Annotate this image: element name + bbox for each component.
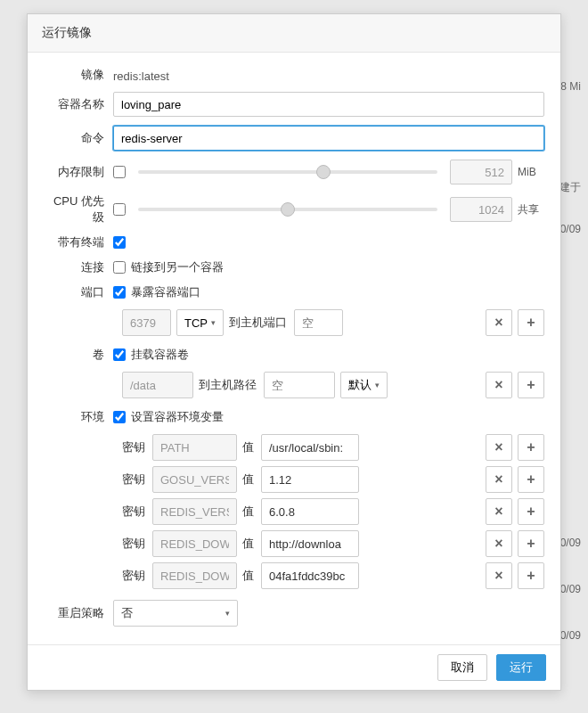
container-name-input[interactable] xyxy=(113,92,544,117)
cancel-button[interactable]: 取消 xyxy=(437,654,487,681)
plus-icon: + xyxy=(527,377,535,393)
close-icon: × xyxy=(494,439,502,455)
ports-label: 端口 xyxy=(44,284,113,300)
plus-icon: + xyxy=(527,504,535,520)
memory-unit: MiB xyxy=(518,166,544,178)
volume-host-input[interactable] xyxy=(264,372,335,398)
cpu-priority-label: CPU 优先级 xyxy=(44,193,113,225)
chevron-down-icon: ▾ xyxy=(211,318,216,327)
cpu-priority-checkbox[interactable] xyxy=(113,203,126,216)
env-row: 密钥值×+ xyxy=(122,530,544,557)
env-value-label: 值 xyxy=(242,504,254,520)
remove-env-button[interactable]: × xyxy=(486,466,512,493)
env-value-input[interactable] xyxy=(261,434,359,461)
restart-value: 否 xyxy=(121,605,133,621)
volume-mode-dropdown[interactable]: 默认▾ xyxy=(340,372,388,398)
terminal-checkbox[interactable] xyxy=(113,236,126,249)
env-key-label: 密钥 xyxy=(122,439,145,455)
close-icon: × xyxy=(494,504,502,520)
add-env-button[interactable]: + xyxy=(518,498,544,525)
add-env-button[interactable]: + xyxy=(518,562,544,589)
volume-row: 到主机路径 默认▾ × + xyxy=(122,372,544,398)
add-env-button[interactable]: + xyxy=(518,530,544,557)
link-text: 链接到另一个容器 xyxy=(131,259,224,275)
ports-text: 暴露容器端口 xyxy=(131,284,200,300)
port-host-input[interactable] xyxy=(294,309,343,336)
close-icon: × xyxy=(494,315,502,331)
env-key-input xyxy=(152,530,237,557)
env-key-input xyxy=(152,562,237,589)
memory-limit-checkbox[interactable] xyxy=(113,166,126,178)
env-key-input xyxy=(152,466,237,493)
ports-checkbox[interactable] xyxy=(113,286,126,299)
memory-slider[interactable] xyxy=(138,170,437,174)
run-button[interactable]: 运行 xyxy=(496,654,546,681)
add-volume-button[interactable]: + xyxy=(518,372,544,398)
plus-icon: + xyxy=(527,315,535,331)
add-port-button[interactable]: + xyxy=(518,309,544,336)
add-env-button[interactable]: + xyxy=(518,466,544,493)
env-value-input[interactable] xyxy=(261,530,359,557)
remove-env-button[interactable]: × xyxy=(486,434,512,461)
volumes-label: 卷 xyxy=(44,347,113,363)
volume-container-input xyxy=(122,372,193,398)
remove-port-button[interactable]: × xyxy=(486,309,512,336)
restart-policy-dropdown[interactable]: 否 ▾ xyxy=(113,600,238,627)
remove-env-button[interactable]: × xyxy=(486,562,512,589)
env-row: 密钥值×+ xyxy=(122,466,544,493)
plus-icon: + xyxy=(527,471,535,488)
env-value-input[interactable] xyxy=(261,562,359,589)
cpu-value-input xyxy=(450,197,512,222)
env-key-input xyxy=(152,434,237,461)
linking-label: 连接 xyxy=(44,259,113,275)
env-value-input[interactable] xyxy=(261,466,359,493)
close-icon: × xyxy=(494,536,502,552)
volumes-checkbox[interactable] xyxy=(113,348,126,361)
port-container-input xyxy=(122,309,171,336)
plus-icon: + xyxy=(527,568,535,584)
env-value-label: 值 xyxy=(242,471,254,488)
env-checkbox[interactable] xyxy=(113,411,126,423)
command-input[interactable] xyxy=(113,126,544,151)
bg-based-on: 建于 xyxy=(559,180,581,195)
close-icon: × xyxy=(494,568,502,584)
chevron-down-icon: ▾ xyxy=(375,381,380,389)
plus-icon: + xyxy=(527,536,535,552)
run-image-modal: 运行镜像 镜像 redis:latest 容器名称 命令 内存限制 MiB CP… xyxy=(27,13,561,691)
env-value-label: 值 xyxy=(242,439,254,455)
close-icon: × xyxy=(494,471,502,488)
add-env-button[interactable]: + xyxy=(518,434,544,461)
image-value: redis:latest xyxy=(113,68,169,83)
container-name-label: 容器名称 xyxy=(44,96,113,112)
to-host-port-label: 到主机端口 xyxy=(229,315,287,331)
env-text: 设置容器环境变量 xyxy=(131,409,224,425)
remove-env-button[interactable]: × xyxy=(486,530,512,557)
memory-value-input xyxy=(450,160,512,184)
close-icon: × xyxy=(494,377,502,393)
env-key-label: 密钥 xyxy=(122,536,145,552)
cpu-slider[interactable] xyxy=(138,208,437,211)
env-key-label: 密钥 xyxy=(122,568,145,584)
to-host-path-label: 到主机路径 xyxy=(199,377,257,393)
remove-env-button[interactable]: × xyxy=(486,498,512,525)
image-label: 镜像 xyxy=(44,67,113,83)
env-value-input[interactable] xyxy=(261,498,359,525)
env-row: 密钥值×+ xyxy=(122,498,544,525)
env-key-label: 密钥 xyxy=(122,504,145,520)
chevron-down-icon: ▾ xyxy=(225,609,230,618)
command-label: 命令 xyxy=(44,130,113,146)
remove-volume-button[interactable]: × xyxy=(486,372,512,398)
plus-icon: + xyxy=(527,439,535,455)
port-protocol-dropdown[interactable]: TCP▾ xyxy=(176,309,224,336)
restart-label: 重启策略 xyxy=(44,605,113,621)
cpu-unit: 共享 xyxy=(518,202,544,217)
port-row: TCP▾ 到主机端口 × + xyxy=(122,309,544,336)
env-key-label: 密钥 xyxy=(122,471,145,488)
env-label: 环境 xyxy=(44,409,113,425)
env-row: 密钥值×+ xyxy=(122,434,544,461)
env-row: 密钥值×+ xyxy=(122,562,544,589)
env-value-label: 值 xyxy=(242,536,254,552)
link-checkbox[interactable] xyxy=(113,261,126,274)
volumes-text: 挂载容器卷 xyxy=(131,347,189,363)
env-value-label: 值 xyxy=(242,568,254,584)
